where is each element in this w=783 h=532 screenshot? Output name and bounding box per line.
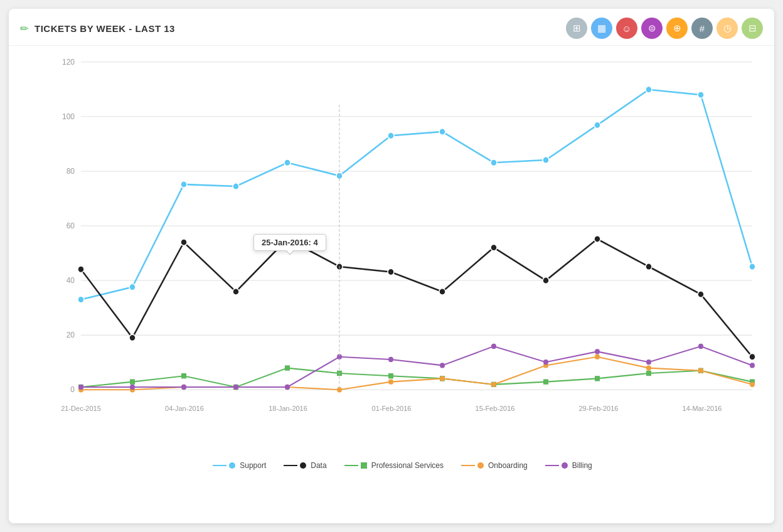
hash-button[interactable]: #	[691, 18, 713, 39]
svg-point-70	[440, 376, 445, 381]
svg-point-28	[439, 129, 445, 135]
svg-point-41	[388, 269, 394, 275]
svg-point-48	[749, 354, 755, 360]
svg-point-25	[284, 159, 290, 166]
svg-point-87	[595, 349, 600, 354]
svg-point-85	[491, 344, 496, 349]
legend-professional-services-label: Professional Services	[371, 461, 444, 470]
svg-text:120: 120	[62, 58, 75, 66]
legend-billing-label: Billing	[572, 461, 592, 470]
svg-text:20: 20	[67, 331, 75, 339]
svg-point-32	[646, 87, 652, 93]
legend-professional-services: Professional Services	[344, 461, 444, 470]
svg-point-22	[129, 284, 136, 290]
legend-data: Data	[284, 461, 326, 470]
legend-onboarding-label: Onboarding	[488, 461, 528, 470]
main-card: ✏ TICKETS BY WEEK - LAST 13 ⊞ ▦ ☺ ⊜ ⊕ # …	[9, 9, 774, 523]
save-button[interactable]: ⊟	[742, 18, 763, 39]
svg-point-39	[284, 236, 290, 242]
chart-legend: Support Data Professional Services	[43, 456, 762, 474]
svg-point-76	[750, 382, 755, 387]
svg-rect-51	[181, 373, 186, 378]
svg-point-42	[439, 289, 445, 295]
svg-text:18-Jan-2016: 18-Jan-2016	[269, 405, 307, 412]
svg-point-35	[78, 266, 84, 272]
title-area: ✏ TICKETS BY WEEK - LAST 13	[20, 23, 175, 35]
legend-onboarding: Onboarding	[461, 461, 528, 470]
svg-text:80: 80	[67, 167, 75, 176]
svg-point-80	[233, 385, 238, 390]
grid-button[interactable]: ⊞	[566, 18, 587, 39]
svg-point-90	[750, 363, 755, 368]
face-button[interactable]: ☺	[616, 18, 637, 39]
clock-button[interactable]: ◷	[716, 18, 738, 39]
svg-point-74	[646, 365, 651, 370]
chart-header: ✏ TICKETS BY WEEK - LAST 13 ⊞ ▦ ☺ ⊜ ⊕ # …	[9, 9, 774, 46]
chart-area: 120 100 80 60 40 20 0 21-Dec-2015 04-Jan…	[9, 46, 774, 485]
svg-text:15-Feb-2016: 15-Feb-2016	[476, 405, 515, 412]
svg-point-24	[233, 183, 239, 189]
svg-point-27	[388, 132, 394, 139]
svg-text:21-Dec-2015: 21-Dec-2015	[61, 405, 101, 412]
svg-point-86	[543, 359, 548, 364]
svg-text:04-Jan-2016: 04-Jan-2016	[165, 405, 204, 412]
svg-point-88	[646, 359, 651, 364]
layers-button[interactable]: ⊜	[641, 18, 663, 39]
svg-text:100: 100	[62, 112, 75, 121]
svg-point-44	[543, 277, 549, 284]
svg-point-31	[594, 122, 600, 128]
svg-point-37	[181, 239, 187, 245]
svg-point-84	[440, 363, 445, 368]
svg-point-23	[181, 181, 187, 188]
svg-point-79	[181, 385, 186, 390]
svg-text:40: 40	[67, 276, 75, 285]
svg-text:29-Feb-2016: 29-Feb-2016	[579, 405, 619, 412]
legend-support-label: Support	[240, 461, 266, 470]
svg-point-75	[698, 368, 703, 373]
svg-point-33	[698, 92, 704, 98]
svg-point-36	[129, 334, 136, 341]
svg-point-69	[388, 379, 393, 384]
svg-point-46	[646, 263, 652, 270]
svg-text:14-Mar-2016: 14-Mar-2016	[683, 405, 722, 412]
svg-rect-58	[543, 379, 548, 384]
chart-svg: 120 100 80 60 40 20 0 21-Dec-2015 04-Jan…	[43, 52, 762, 454]
toolbar: ⊞ ▦ ☺ ⊜ ⊕ # ◷ ⊟	[566, 18, 763, 39]
svg-point-73	[595, 354, 600, 359]
svg-point-30	[543, 157, 549, 163]
bar-chart-button[interactable]: ▦	[591, 18, 612, 39]
svg-point-21	[78, 296, 84, 302]
svg-rect-60	[646, 371, 651, 376]
chart-title: TICKETS BY WEEK - LAST 13	[35, 23, 175, 34]
svg-point-81	[285, 385, 290, 390]
legend-data-label: Data	[311, 461, 326, 470]
svg-point-83	[388, 357, 393, 362]
svg-text:60: 60	[67, 221, 75, 230]
legend-support: Support	[213, 461, 266, 470]
svg-point-43	[491, 244, 497, 250]
svg-point-77	[78, 385, 83, 390]
svg-rect-55	[388, 373, 393, 378]
globe-button[interactable]: ⊕	[666, 18, 688, 39]
svg-point-45	[594, 236, 600, 242]
svg-rect-53	[285, 365, 290, 370]
svg-point-29	[491, 159, 497, 166]
svg-point-47	[698, 291, 704, 297]
svg-rect-59	[595, 376, 600, 381]
svg-point-34	[749, 263, 755, 270]
svg-text:0: 0	[70, 385, 75, 394]
svg-text:01-Feb-2016: 01-Feb-2016	[372, 405, 412, 412]
svg-point-78	[130, 385, 135, 390]
edit-icon: ✏	[20, 23, 28, 35]
svg-point-89	[698, 344, 703, 349]
svg-point-38	[233, 289, 239, 295]
svg-rect-50	[130, 379, 135, 384]
legend-billing: Billing	[545, 461, 592, 470]
svg-point-71	[491, 382, 496, 387]
